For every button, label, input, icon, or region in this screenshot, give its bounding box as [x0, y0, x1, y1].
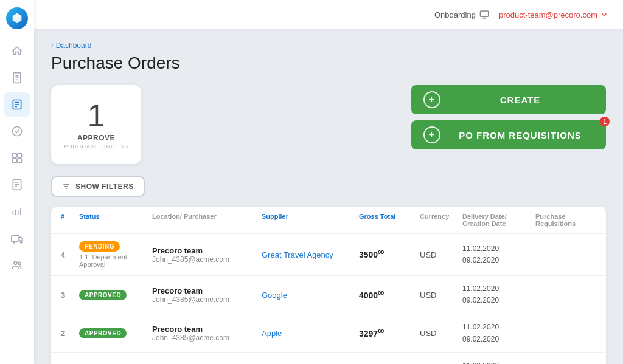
row-num: 4 — [61, 250, 79, 259]
onboarding-label: Onboarding — [434, 10, 476, 19]
purchase-orders-table: # Status Location/ Purchaser Supplier Gr… — [51, 207, 606, 364]
topbar: Onboarding product-team@precoro.com — [34, 0, 623, 29]
row-location: Precoro team John_4385@acme.com — [152, 286, 262, 304]
row-supplier[interactable]: Great Travel Agency — [262, 250, 359, 259]
svg-rect-11 — [13, 159, 17, 163]
row-dates: 11.02.202009.02.2020 — [462, 360, 535, 364]
app-logo[interactable] — [6, 7, 28, 29]
purchaser-email: John_4385@acme.com — [152, 295, 262, 304]
top-section: 1 APPROVE PURCHASE ORDERS + CREATE + PO … — [51, 85, 606, 164]
content-area: ‹ Dashboard Purchase Orders 1 APPROVE PU… — [34, 29, 623, 364]
row-dates: 11.02.202009.02.2020 — [462, 243, 535, 266]
sidebar-item-invoices[interactable] — [4, 173, 30, 197]
svg-point-23 — [20, 241, 21, 243]
row-supplier[interactable]: Apple — [262, 329, 359, 338]
row-num: 2 — [61, 329, 79, 338]
row-num: 3 — [61, 290, 79, 300]
col-header-num: # — [61, 213, 79, 227]
row-status: APPROVED — [79, 328, 152, 338]
sidebar-item-catalog[interactable] — [4, 146, 30, 170]
page-title: Purchase Orders — [51, 53, 606, 73]
create-label: CREATE — [447, 95, 594, 105]
row-gross-total: 350000 — [359, 250, 420, 260]
sidebar-item-purchase-orders[interactable] — [4, 92, 30, 117]
main-area: Onboarding product-team@precoro.com ‹ Da… — [34, 0, 623, 364]
onboarding-section: Onboarding — [434, 10, 489, 19]
svg-point-25 — [18, 262, 21, 264]
row-dates: 11.02.202009.02.2020 — [462, 283, 535, 306]
col-header-location: Location/ Purchaser — [152, 213, 262, 227]
status-badge: PENDING — [79, 241, 120, 252]
sidebar-item-delivery[interactable] — [4, 226, 30, 250]
table-row[interactable]: 2 APPROVED Precoro team John_4385@acme.c… — [51, 314, 606, 352]
po-plus-icon: + — [423, 126, 440, 143]
table-body: 4 PENDING 1 1. Department Approval Preco… — [51, 234, 606, 364]
status-badge: APPROVED — [79, 290, 127, 300]
row-supplier[interactable]: Google — [262, 290, 359, 300]
sidebar-item-contacts[interactable] — [4, 253, 30, 277]
approve-label: APPROVE — [77, 134, 115, 142]
row-status: APPROVED — [79, 290, 152, 300]
approve-sublabel: PURCHASE ORDERS — [64, 143, 128, 149]
svg-point-8 — [13, 127, 22, 136]
show-filters-label: SHOW FILTERS — [75, 182, 134, 191]
row-gross-total: 329700 — [359, 328, 420, 338]
location-name: Precoro team — [152, 246, 262, 255]
svg-point-24 — [14, 261, 17, 264]
action-buttons: + CREATE + PO FROM REQUISITIONS 1 — [411, 85, 606, 149]
col-header-currency: Currency — [420, 213, 462, 227]
row-currency: USD — [420, 250, 462, 259]
user-email[interactable]: product-team@precoro.com — [499, 10, 608, 19]
status-badge: APPROVED — [79, 328, 127, 338]
svg-rect-21 — [12, 236, 19, 242]
svg-rect-12 — [18, 159, 22, 163]
row-gross-total: 400000 — [359, 290, 420, 300]
filters-row: SHOW FILTERS — [51, 176, 606, 197]
approve-card[interactable]: 1 APPROVE PURCHASE ORDERS — [51, 85, 141, 164]
approve-count: 1 — [88, 100, 105, 131]
location-name: Precoro team — [152, 286, 262, 295]
sidebar — [0, 0, 34, 364]
table-row[interactable]: 1 COMPLETED Precoro team John_4385@acme.… — [51, 353, 606, 364]
filter-icon — [62, 182, 71, 191]
breadcrumb-label: Dashboard — [56, 41, 92, 50]
row-currency: USD — [420, 290, 462, 300]
row-location: Precoro team John_4385@acme.com — [152, 246, 262, 264]
breadcrumb[interactable]: ‹ Dashboard — [51, 41, 606, 50]
row-currency: USD — [420, 329, 462, 338]
col-header-status: Status — [79, 213, 152, 227]
purchaser-email: John_4385@acme.com — [152, 334, 262, 342]
svg-rect-9 — [13, 154, 17, 158]
sidebar-item-home[interactable] — [4, 39, 30, 63]
row-status: PENDING 1 1. Department Approval — [79, 241, 152, 268]
chevron-down-icon — [600, 10, 608, 19]
purchaser-email: John_4385@acme.com — [152, 255, 262, 264]
location-name: Precoro team — [152, 325, 262, 334]
create-plus-icon: + — [423, 91, 440, 108]
col-header-supplier: Supplier — [262, 213, 359, 227]
po-badge: 1 — [600, 117, 610, 126]
col-header-purchase-req: Purchase Requisitions — [535, 213, 596, 227]
col-header-gross: Gross Total — [359, 213, 420, 227]
svg-rect-26 — [480, 11, 488, 16]
show-filters-button[interactable]: SHOW FILTERS — [51, 176, 145, 197]
sidebar-item-documents[interactable] — [4, 66, 30, 90]
monitor-icon — [479, 10, 489, 19]
sidebar-item-approvals[interactable] — [4, 119, 30, 143]
svg-rect-10 — [18, 154, 22, 158]
po-from-req-wrapper: + PO FROM REQUISITIONS 1 — [411, 120, 606, 149]
row-dates: 11.02.202009.02.2020 — [462, 321, 535, 345]
po-from-req-button[interactable]: + PO FROM REQUISITIONS — [411, 120, 606, 149]
row-location: Precoro team John_4385@acme.com — [152, 325, 262, 342]
status-sub: 1 1. Department Approval — [79, 253, 152, 268]
col-header-delivery: Delivery Date/ Creation Date — [462, 213, 535, 227]
sidebar-item-reports[interactable] — [4, 199, 30, 224]
table-row[interactable]: 4 PENDING 1 1. Department Approval Preco… — [51, 234, 606, 276]
table-header: # Status Location/ Purchaser Supplier Gr… — [51, 207, 606, 234]
create-button[interactable]: + CREATE — [411, 85, 606, 114]
breadcrumb-arrow: ‹ — [51, 42, 54, 49]
table-row[interactable]: 3 APPROVED Precoro team John_4385@acme.c… — [51, 276, 606, 314]
po-from-req-label: PO FROM REQUISITIONS — [447, 130, 594, 140]
